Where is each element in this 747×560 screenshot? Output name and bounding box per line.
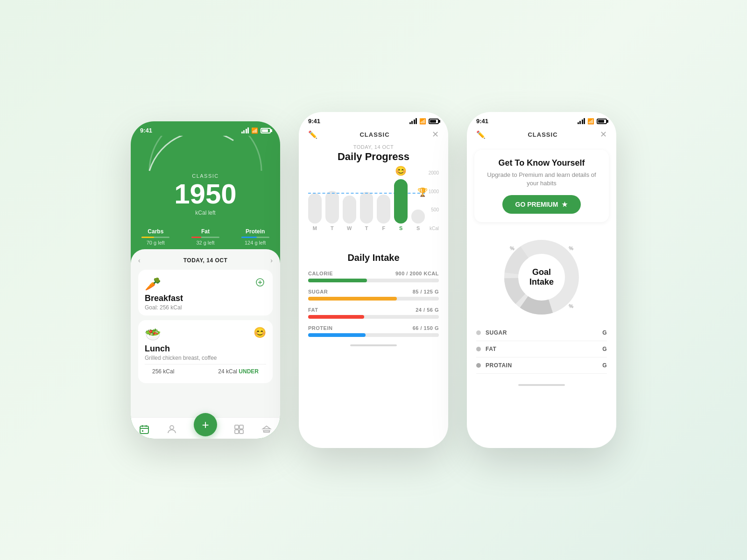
calorie-label: CALORIE — [308, 271, 333, 276]
arc-meter — [131, 136, 280, 173]
legend-sugar: SUGAR G — [476, 325, 607, 341]
under-label: UNDER — [239, 368, 259, 375]
intake-calorie: CALORIE 900 / 2000 KCAL — [308, 271, 439, 282]
calorie-header: CALORIE 900 / 2000 KCAL — [308, 271, 439, 276]
bar-sun: S — [411, 210, 425, 231]
bar-mon: M — [308, 193, 322, 231]
close-icon-2[interactable]: ✕ — [432, 129, 439, 140]
phone1-header: CLASSIC 1950 kCal left — [131, 173, 280, 228]
breakfast-name: Breakfast — [145, 294, 266, 303]
donut-line2: Intake — [529, 277, 554, 287]
next-date-arrow[interactable]: › — [270, 257, 273, 264]
breakfast-card: 🥕 Breakfast Goal: 256 kCal — [138, 270, 273, 315]
time-3: 9:41 — [476, 118, 488, 125]
phone1-main: CLASSIC 1950 kCal left Carbs 70 g left F… — [131, 136, 280, 245]
close-icon-3[interactable]: ✕ — [600, 129, 607, 140]
macro-carbs: Carbs 70 g left — [141, 228, 169, 245]
bottom-nav-1: + — [131, 417, 280, 439]
svg-point-3 — [170, 426, 174, 429]
status-icons-2: 📶 — [409, 118, 439, 125]
battery-icon-2 — [429, 119, 439, 124]
bar-thu-fill — [360, 192, 374, 224]
protein-value: 66 / 150 G — [413, 325, 439, 331]
fat-label: FAT — [308, 307, 318, 313]
status-bar-1: 9:41 📶 — [131, 121, 280, 136]
nav-profile[interactable] — [167, 424, 177, 434]
signal-icon-2 — [409, 118, 417, 124]
fat-unit: G — [602, 346, 607, 352]
label-sat: S — [399, 225, 402, 231]
svg-rect-4 — [235, 425, 239, 429]
sugar-bar-fill — [308, 297, 397, 301]
go-premium-button[interactable]: GO PREMIUM ★ — [502, 195, 581, 214]
phone3-topbar: ✏️ CLASSIC ✕ — [467, 126, 616, 144]
intake-sugar: SUGAR 85 / 125 G — [308, 289, 439, 301]
macro-bar-fat — [191, 237, 219, 238]
svg-rect-6 — [235, 430, 239, 434]
lunch-detail: Grilled chicken breast, coffee — [145, 355, 266, 361]
edit-icon-3[interactable]: ✏️ — [476, 130, 486, 139]
intake-fat: FAT 24 / 56 G — [308, 307, 439, 319]
fat-bar-fill — [308, 315, 364, 319]
meal-footer: 256 kCal 24 kCal UNDER — [145, 364, 266, 378]
y-2000: 2000 — [429, 170, 439, 175]
phone-2: 9:41 📶 ✏️ CLASSIC ✕ TODAY, 14 OCT Daily … — [299, 112, 448, 448]
macro-name-fat: Fat — [191, 228, 219, 235]
macro-name-protein: Protein — [241, 228, 269, 235]
progress-date: TODAY, 14 OCT — [299, 144, 448, 150]
phone-1: 9:41 📶 CLASSIC 1950 kCal left — [131, 121, 280, 439]
fat-bar-bg — [308, 315, 439, 319]
calorie-bar-bg — [308, 279, 439, 282]
protein-bar-fill — [308, 333, 366, 337]
kcal-left: kCal left — [131, 210, 280, 216]
lunch-name: Lunch — [145, 344, 266, 354]
lunch-card: 🥗 😊 Lunch Grilled chicken breast, coffee… — [138, 320, 273, 383]
svg-rect-5 — [240, 425, 243, 429]
calories-display: 1950 — [131, 179, 280, 210]
bar-fri-fill — [377, 195, 390, 224]
premium-subtitle: Upgrade to Premium and learn details of … — [482, 171, 601, 188]
pct-label-2: % — [569, 245, 573, 251]
nav-calendar[interactable] — [139, 424, 149, 434]
bar-wed-fill — [343, 196, 356, 224]
calorie-value: 900 / 2000 KCAL — [395, 271, 439, 276]
sugar-label: SUGAR — [308, 289, 328, 294]
label-fri: F — [382, 225, 386, 231]
status-bar-3: 9:41 📶 — [467, 112, 616, 126]
wifi-icon-2: 📶 — [419, 118, 426, 125]
add-breakfast-button[interactable] — [254, 276, 266, 288]
fat-dot — [476, 347, 481, 351]
bar-chart: 🏆 M T W T F S — [299, 170, 448, 245]
nav-add-button[interactable]: + — [194, 413, 217, 436]
phone2-title: CLASSIC — [359, 131, 389, 138]
status-icons-1: 📶 — [241, 127, 271, 134]
fat-legend-label: FAT — [486, 346, 496, 352]
macro-bar-protein — [241, 237, 269, 238]
legend-fat-left: FAT — [476, 346, 496, 352]
edit-icon-2[interactable]: ✏️ — [308, 130, 317, 139]
status-bar-2: 9:41 📶 — [299, 112, 448, 126]
battery-icon — [261, 128, 271, 133]
bar-tue-fill — [325, 191, 339, 224]
classic-label-1: CLASSIC — [131, 173, 280, 179]
fat-value: 24 / 56 G — [416, 307, 439, 313]
sugar-unit: G — [602, 329, 607, 336]
premium-title: Get To Know Yourself — [482, 158, 601, 168]
legend-fat: FAT G — [476, 341, 607, 357]
nav-hat[interactable] — [261, 424, 272, 434]
label-tue: T — [331, 225, 334, 231]
nav-grid[interactable] — [234, 424, 244, 434]
wifi-icon-3: 📶 — [587, 118, 594, 125]
footer-under: 24 kCal UNDER — [218, 368, 259, 375]
phone-3: 9:41 📶 ✏️ CLASSIC ✕ Get To Know Yourself… — [467, 112, 616, 448]
protein-bar-bg — [308, 333, 439, 337]
breakfast-goal: Goal: 256 kCal — [145, 304, 266, 311]
legend-sugar-left: SUGAR — [476, 329, 507, 336]
bar-thu: T — [360, 192, 374, 231]
protein-header: PROTEIN 66 / 150 G — [308, 325, 439, 331]
svg-rect-2 — [142, 430, 143, 432]
bar-wed: W — [343, 196, 356, 231]
bar-tue: T — [325, 191, 339, 231]
prev-date-arrow[interactable]: ‹ — [138, 257, 141, 264]
footer-calories: 256 kCal — [152, 368, 174, 375]
